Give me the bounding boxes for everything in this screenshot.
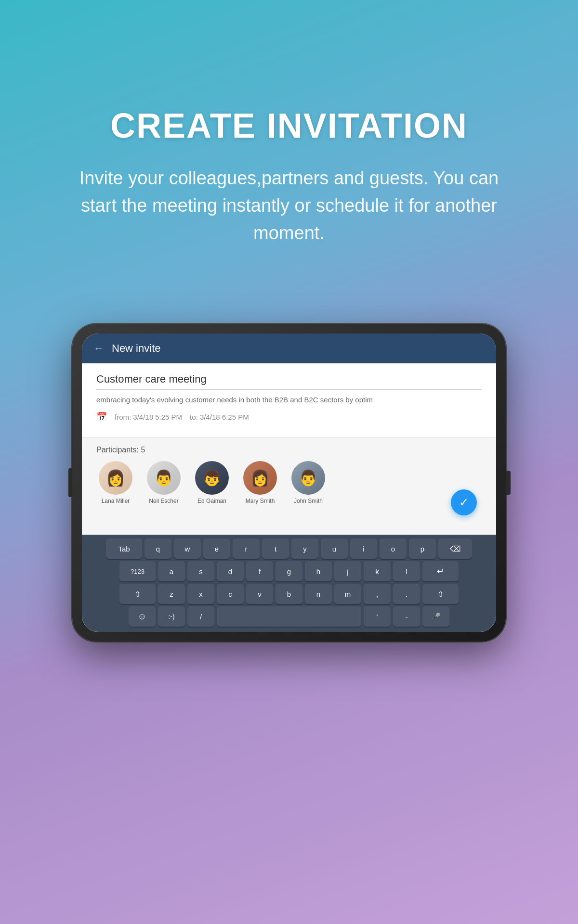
app-header: ← New invite bbox=[82, 334, 496, 363]
participants-label: Participants: 5 bbox=[96, 446, 482, 454]
key-z[interactable]: z bbox=[158, 584, 185, 604]
tablet-home-button[interactable] bbox=[506, 471, 511, 495]
calendar-icon: 📅 bbox=[96, 411, 107, 422]
key-shift-right[interactable]: ⇧ bbox=[422, 584, 459, 604]
key-s[interactable]: s bbox=[187, 561, 214, 581]
app-content: embracing today's evolving customer need… bbox=[82, 363, 496, 632]
keyboard-row-4: ☺ :-) / ' - 🎤 bbox=[85, 606, 493, 627]
datetime-row: 📅 from: 3/4/18 5:25 PM to: 3/4/18 6:25 P… bbox=[96, 411, 482, 422]
date-to[interactable]: to: 3/4/18 6:25 PM bbox=[190, 413, 249, 421]
key-d[interactable]: d bbox=[217, 561, 244, 581]
hero-subtitle: Invite your colleagues,partners and gues… bbox=[77, 165, 501, 247]
key-enter[interactable]: ↵ bbox=[422, 561, 459, 581]
key-q[interactable]: q bbox=[144, 539, 171, 559]
key-microphone[interactable]: 🎤 bbox=[422, 606, 449, 627]
participant-name-john: John Smith bbox=[294, 498, 323, 505]
key-l[interactable]: l bbox=[393, 561, 420, 581]
key-apostrophe[interactable]: ' bbox=[364, 606, 391, 627]
participant-lana[interactable]: 👩 Lana Miller bbox=[96, 461, 135, 505]
participant-name-lana: Lana Miller bbox=[102, 498, 130, 505]
avatar-john: 👨 bbox=[291, 461, 325, 495]
key-m[interactable]: m bbox=[334, 584, 361, 604]
key-tab[interactable]: Tab bbox=[106, 539, 142, 559]
key-o[interactable]: o bbox=[380, 539, 407, 559]
key-e[interactable]: e bbox=[203, 539, 230, 559]
key-space[interactable] bbox=[217, 606, 361, 627]
key-j[interactable]: j bbox=[334, 561, 361, 581]
key-k[interactable]: k bbox=[364, 561, 391, 581]
tablet-side-button bbox=[68, 468, 72, 497]
participant-ed[interactable]: 👦 Ed Gaiman bbox=[193, 461, 231, 505]
tablet-device: ← New invite embracing today's evolving … bbox=[72, 324, 506, 642]
key-w[interactable]: w bbox=[174, 539, 201, 559]
key-shift-left[interactable]: ⇧ bbox=[119, 584, 156, 604]
participant-name-mary: Mary Smith bbox=[246, 498, 275, 505]
confirm-fab-button[interactable]: ✓ bbox=[451, 489, 477, 515]
keyboard-row-2: ?123 a s d f g h j k l ↵ bbox=[85, 561, 493, 581]
key-emoji[interactable]: ☺ bbox=[129, 606, 156, 627]
screen-title: New invite bbox=[112, 342, 160, 355]
key-x[interactable]: x bbox=[187, 584, 214, 604]
participant-mary[interactable]: 👩 Mary Smith bbox=[241, 461, 279, 505]
keyboard-row-3: ⇧ z x c v b n m , . ⇧ bbox=[85, 584, 493, 604]
key-emoticon[interactable]: :-) bbox=[158, 606, 185, 627]
key-h[interactable]: h bbox=[305, 561, 332, 581]
key-v[interactable]: v bbox=[246, 584, 273, 604]
meeting-title-input[interactable] bbox=[96, 373, 482, 390]
participants-section: Participants: 5 👩 Lana Miller 👨 Neil Esc… bbox=[82, 438, 496, 535]
key-i[interactable]: i bbox=[350, 539, 377, 559]
participant-john[interactable]: 👨 John Smith bbox=[289, 461, 328, 505]
avatar-mary: 👩 bbox=[243, 461, 277, 495]
date-from[interactable]: from: 3/4/18 5:25 PM bbox=[115, 413, 182, 421]
keyboard-row-1: Tab q w e r t y u i o p ⌫ bbox=[85, 539, 493, 559]
form-section: embracing today's evolving customer need… bbox=[82, 363, 496, 438]
key-g[interactable]: g bbox=[276, 561, 302, 581]
key-period[interactable]: . bbox=[393, 584, 420, 604]
participant-neil[interactable]: 👨 Neil Escher bbox=[144, 461, 183, 505]
participant-name-neil: Neil Escher bbox=[149, 498, 178, 505]
key-f[interactable]: f bbox=[246, 561, 273, 581]
hero-section: CREATE INVITATION Invite your colleagues… bbox=[0, 0, 578, 276]
key-c[interactable]: c bbox=[217, 584, 244, 604]
key-dash[interactable]: - bbox=[393, 606, 420, 627]
key-p[interactable]: p bbox=[409, 539, 436, 559]
key-comma[interactable]: , bbox=[364, 584, 391, 604]
tablet-frame: ← New invite embracing today's evolving … bbox=[72, 324, 506, 642]
keyboard: Tab q w e r t y u i o p ⌫ bbox=[82, 535, 496, 632]
back-button[interactable]: ← bbox=[93, 342, 104, 355]
key-b[interactable]: b bbox=[276, 584, 302, 604]
avatar-lana: 👩 bbox=[99, 461, 132, 495]
key-y[interactable]: y bbox=[291, 539, 318, 559]
key-r[interactable]: r bbox=[233, 539, 260, 559]
key-numbers[interactable]: ?123 bbox=[119, 561, 156, 581]
tablet-screen: ← New invite embracing today's evolving … bbox=[82, 334, 496, 632]
key-slash[interactable]: / bbox=[187, 606, 214, 627]
avatar-ed: 👦 bbox=[195, 461, 229, 495]
key-u[interactable]: u bbox=[321, 539, 348, 559]
avatar-neil: 👨 bbox=[147, 461, 181, 495]
meeting-description[interactable]: embracing today's evolving customer need… bbox=[96, 396, 482, 404]
key-t[interactable]: t bbox=[262, 539, 289, 559]
key-a[interactable]: a bbox=[158, 561, 185, 581]
key-backspace[interactable]: ⌫ bbox=[438, 539, 472, 559]
hero-title: CREATE INVITATION bbox=[39, 106, 539, 145]
key-n[interactable]: n bbox=[305, 584, 332, 604]
participant-name-ed: Ed Gaiman bbox=[197, 498, 226, 505]
participants-row: 👩 Lana Miller 👨 Neil Escher 👦 Ed Gaiman bbox=[96, 461, 482, 505]
